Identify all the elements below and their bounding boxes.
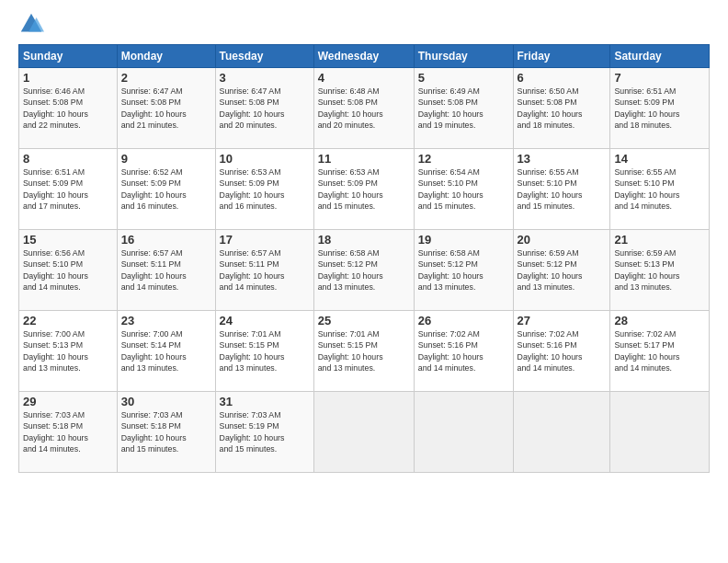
day-number: 2 bbox=[121, 71, 211, 85]
calendar-day: 29Sunrise: 7:03 AM Sunset: 5:18 PM Dayli… bbox=[19, 392, 118, 473]
calendar-day: 2Sunrise: 6:47 AM Sunset: 5:08 PM Daylig… bbox=[117, 68, 215, 149]
day-number: 4 bbox=[318, 71, 410, 85]
day-info: Sunrise: 7:01 AM Sunset: 5:15 PM Dayligh… bbox=[318, 328, 410, 373]
day-number: 7 bbox=[614, 71, 705, 85]
day-info: Sunrise: 6:59 AM Sunset: 5:13 PM Dayligh… bbox=[614, 247, 705, 293]
day-number: 26 bbox=[418, 314, 509, 327]
calendar-day: 24Sunrise: 7:01 AM Sunset: 5:15 PM Dayli… bbox=[215, 311, 313, 392]
day-number: 25 bbox=[318, 314, 410, 327]
calendar-day: 9Sunrise: 6:52 AM Sunset: 5:09 PM Daylig… bbox=[117, 149, 215, 230]
day-info: Sunrise: 6:57 AM Sunset: 5:11 PM Dayligh… bbox=[121, 247, 211, 293]
day-info: Sunrise: 6:55 AM Sunset: 5:10 PM Dayligh… bbox=[518, 167, 607, 212]
calendar-day bbox=[610, 392, 710, 473]
calendar-week: 8Sunrise: 6:51 AM Sunset: 5:09 PM Daylig… bbox=[19, 149, 710, 230]
day-info: Sunrise: 6:53 AM Sunset: 5:09 PM Dayligh… bbox=[220, 167, 310, 212]
calendar-day: 4Sunrise: 6:48 AM Sunset: 5:08 PM Daylig… bbox=[313, 68, 414, 149]
calendar-day: 28Sunrise: 7:02 AM Sunset: 5:17 PM Dayli… bbox=[610, 311, 710, 392]
calendar-week: 1Sunrise: 6:46 AM Sunset: 5:08 PM Daylig… bbox=[19, 68, 710, 149]
day-number: 28 bbox=[614, 314, 705, 327]
day-info: Sunrise: 6:51 AM Sunset: 5:09 PM Dayligh… bbox=[23, 167, 113, 212]
day-info: Sunrise: 6:48 AM Sunset: 5:08 PM Dayligh… bbox=[318, 86, 410, 131]
day-info: Sunrise: 6:56 AM Sunset: 5:10 PM Dayligh… bbox=[23, 247, 113, 293]
calendar-day: 17Sunrise: 6:57 AM Sunset: 5:11 PM Dayli… bbox=[215, 230, 313, 311]
calendar-day: 10Sunrise: 6:53 AM Sunset: 5:09 PM Dayli… bbox=[215, 149, 313, 230]
header bbox=[18, 15, 710, 37]
day-info: Sunrise: 6:49 AM Sunset: 5:08 PM Dayligh… bbox=[418, 86, 509, 131]
day-info: Sunrise: 6:52 AM Sunset: 5:09 PM Dayligh… bbox=[121, 167, 211, 212]
header-day: Saturday bbox=[610, 45, 710, 68]
calendar-day: 26Sunrise: 7:02 AM Sunset: 5:16 PM Dayli… bbox=[414, 311, 513, 392]
calendar-day: 21Sunrise: 6:59 AM Sunset: 5:13 PM Dayli… bbox=[610, 230, 710, 311]
calendar-day: 14Sunrise: 6:55 AM Sunset: 5:10 PM Dayli… bbox=[610, 149, 710, 230]
day-info: Sunrise: 7:02 AM Sunset: 5:16 PM Dayligh… bbox=[418, 328, 509, 373]
day-number: 24 bbox=[220, 314, 310, 327]
calendar-body: 1Sunrise: 6:46 AM Sunset: 5:08 PM Daylig… bbox=[19, 68, 710, 473]
day-number: 17 bbox=[220, 233, 310, 247]
calendar-day: 16Sunrise: 6:57 AM Sunset: 5:11 PM Dayli… bbox=[117, 230, 215, 311]
calendar-day: 1Sunrise: 6:46 AM Sunset: 5:08 PM Daylig… bbox=[19, 68, 118, 149]
calendar-header: SundayMondayTuesdayWednesdayThursdayFrid… bbox=[19, 45, 710, 68]
day-number: 14 bbox=[614, 152, 705, 166]
day-info: Sunrise: 6:54 AM Sunset: 5:10 PM Dayligh… bbox=[418, 167, 509, 212]
day-number: 13 bbox=[518, 152, 607, 166]
day-number: 11 bbox=[318, 152, 410, 166]
day-info: Sunrise: 6:59 AM Sunset: 5:12 PM Dayligh… bbox=[518, 247, 607, 293]
calendar-day: 3Sunrise: 6:47 AM Sunset: 5:08 PM Daylig… bbox=[215, 68, 313, 149]
calendar-day: 22Sunrise: 7:00 AM Sunset: 5:13 PM Dayli… bbox=[19, 311, 118, 392]
day-number: 16 bbox=[121, 233, 211, 247]
calendar-week: 29Sunrise: 7:03 AM Sunset: 5:18 PM Dayli… bbox=[19, 392, 710, 473]
day-info: Sunrise: 6:58 AM Sunset: 5:12 PM Dayligh… bbox=[418, 247, 509, 293]
day-info: Sunrise: 7:03 AM Sunset: 5:18 PM Dayligh… bbox=[121, 409, 211, 454]
header-day: Friday bbox=[513, 45, 610, 68]
calendar-page: SundayMondayTuesdayWednesdayThursdayFrid… bbox=[0, 0, 728, 563]
calendar-day: 23Sunrise: 7:00 AM Sunset: 5:14 PM Dayli… bbox=[117, 311, 215, 392]
day-info: Sunrise: 6:55 AM Sunset: 5:10 PM Dayligh… bbox=[614, 167, 705, 212]
day-info: Sunrise: 7:00 AM Sunset: 5:14 PM Dayligh… bbox=[121, 328, 211, 373]
calendar-day: 7Sunrise: 6:51 AM Sunset: 5:09 PM Daylig… bbox=[610, 68, 710, 149]
day-number: 18 bbox=[318, 233, 410, 247]
day-number: 6 bbox=[518, 71, 607, 85]
day-number: 19 bbox=[418, 233, 509, 247]
calendar-day: 20Sunrise: 6:59 AM Sunset: 5:12 PM Dayli… bbox=[513, 230, 610, 311]
calendar-day: 8Sunrise: 6:51 AM Sunset: 5:09 PM Daylig… bbox=[19, 149, 118, 230]
calendar-table: SundayMondayTuesdayWednesdayThursdayFrid… bbox=[18, 44, 710, 473]
day-number: 3 bbox=[220, 71, 310, 85]
day-info: Sunrise: 6:46 AM Sunset: 5:08 PM Dayligh… bbox=[23, 86, 113, 131]
day-info: Sunrise: 6:47 AM Sunset: 5:08 PM Dayligh… bbox=[121, 86, 211, 131]
day-info: Sunrise: 6:51 AM Sunset: 5:09 PM Dayligh… bbox=[614, 86, 705, 131]
day-number: 29 bbox=[23, 395, 113, 408]
day-number: 23 bbox=[121, 314, 211, 327]
calendar-day: 31Sunrise: 7:03 AM Sunset: 5:19 PM Dayli… bbox=[215, 392, 313, 473]
day-number: 9 bbox=[121, 152, 211, 166]
day-number: 10 bbox=[220, 152, 310, 166]
calendar-day: 13Sunrise: 6:55 AM Sunset: 5:10 PM Dayli… bbox=[513, 149, 610, 230]
day-info: Sunrise: 6:58 AM Sunset: 5:12 PM Dayligh… bbox=[318, 247, 410, 293]
day-number: 31 bbox=[220, 395, 310, 408]
calendar-day bbox=[414, 392, 513, 473]
calendar-day bbox=[513, 392, 610, 473]
calendar-week: 22Sunrise: 7:00 AM Sunset: 5:13 PM Dayli… bbox=[19, 311, 710, 392]
logo-icon bbox=[18, 11, 44, 37]
calendar-day: 25Sunrise: 7:01 AM Sunset: 5:15 PM Dayli… bbox=[313, 311, 414, 392]
logo bbox=[18, 15, 46, 37]
day-number: 1 bbox=[23, 71, 113, 85]
day-info: Sunrise: 6:50 AM Sunset: 5:08 PM Dayligh… bbox=[518, 86, 607, 131]
day-info: Sunrise: 7:03 AM Sunset: 5:19 PM Dayligh… bbox=[220, 409, 310, 454]
calendar-day: 19Sunrise: 6:58 AM Sunset: 5:12 PM Dayli… bbox=[414, 230, 513, 311]
calendar-day: 30Sunrise: 7:03 AM Sunset: 5:18 PM Dayli… bbox=[117, 392, 215, 473]
day-info: Sunrise: 6:47 AM Sunset: 5:08 PM Dayligh… bbox=[220, 86, 310, 131]
day-number: 30 bbox=[121, 395, 211, 408]
day-number: 12 bbox=[418, 152, 509, 166]
day-info: Sunrise: 7:01 AM Sunset: 5:15 PM Dayligh… bbox=[220, 328, 310, 373]
calendar-day: 12Sunrise: 6:54 AM Sunset: 5:10 PM Dayli… bbox=[414, 149, 513, 230]
calendar-day: 5Sunrise: 6:49 AM Sunset: 5:08 PM Daylig… bbox=[414, 68, 513, 149]
header-row: SundayMondayTuesdayWednesdayThursdayFrid… bbox=[19, 45, 710, 68]
day-number: 27 bbox=[518, 314, 607, 327]
day-number: 20 bbox=[518, 233, 607, 247]
day-number: 21 bbox=[614, 233, 705, 247]
day-number: 5 bbox=[418, 71, 509, 85]
header-day: Tuesday bbox=[215, 45, 313, 68]
day-number: 22 bbox=[23, 314, 113, 327]
calendar-day: 11Sunrise: 6:53 AM Sunset: 5:09 PM Dayli… bbox=[313, 149, 414, 230]
day-info: Sunrise: 6:53 AM Sunset: 5:09 PM Dayligh… bbox=[318, 167, 410, 212]
